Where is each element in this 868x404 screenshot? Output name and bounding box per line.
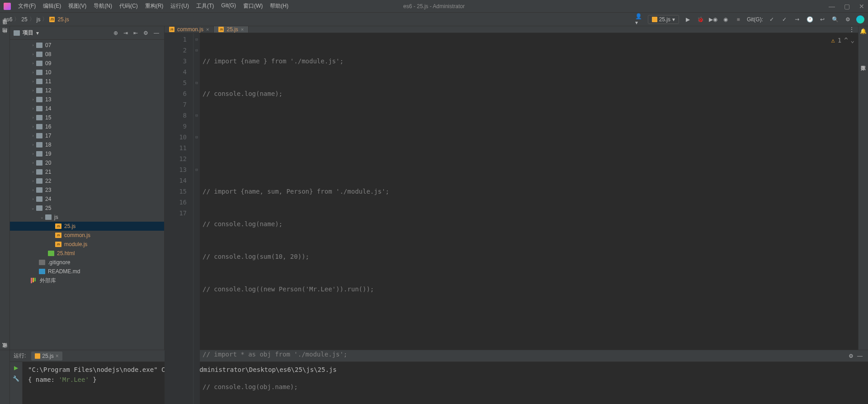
menu-help[interactable]: 帮助(H) <box>270 2 288 10</box>
coverage-button[interactable]: ▶◉ <box>709 15 717 24</box>
tree-folder[interactable]: ›11 <box>10 77 164 86</box>
tree-folder[interactable]: ›09 <box>10 59 164 68</box>
tree-file[interactable]: .gitignore <box>10 258 164 267</box>
tree-folder[interactable]: ›14 <box>10 104 164 113</box>
tree-folder[interactable]: ›16 <box>10 122 164 131</box>
js-file-icon: JS <box>55 233 61 238</box>
js-file-icon: JS <box>169 27 175 32</box>
tree-folder[interactable]: ›15 <box>10 113 164 122</box>
tabs-menu-icon[interactable]: ⋮ <box>845 26 858 33</box>
tree-folder[interactable]: ›18 <box>10 140 164 149</box>
wrench-icon[interactable]: 🔧 <box>13 375 19 382</box>
tree-folder[interactable]: ›10 <box>10 68 164 77</box>
search-icon[interactable]: 🔍 <box>831 15 839 24</box>
collapse-all-icon[interactable]: ⇤ <box>132 30 139 36</box>
tree-folder[interactable]: ›17 <box>10 131 164 140</box>
locate-icon[interactable]: ⊕ <box>112 30 119 36</box>
tree-file[interactable]: JSmodule.js <box>10 240 164 249</box>
run-tab[interactable]: 25.js × <box>31 352 62 361</box>
sidebar-header: 项目 ▾ ⊕ ⇥ ⇤ ⚙ — <box>10 26 164 40</box>
maximize-icon[interactable]: ▢ <box>844 3 850 10</box>
tab-25-js[interactable]: JS 25.js × <box>214 26 249 33</box>
folder-icon <box>36 79 42 84</box>
menu-run[interactable]: 运行(U) <box>170 2 189 10</box>
folder-icon <box>36 106 42 111</box>
main-area: 项目 结构 项目 ▾ ⊕ ⇥ ⇤ ⚙ — ›07 ›08 ›09 ›10 ›11… <box>0 26 868 350</box>
hide-icon[interactable]: — <box>152 30 160 36</box>
project-sidebar: 项目 ▾ ⊕ ⇥ ⇤ ⚙ — ›07 ›08 ›09 ›10 ›11 ›12 ›… <box>10 26 165 350</box>
menu-window[interactable]: 窗口(W) <box>243 2 263 10</box>
left-tool-gutter: 项目 结构 <box>0 26 10 350</box>
folder-icon <box>36 169 42 175</box>
breadcrumb-file[interactable]: 25.js <box>57 16 69 23</box>
menu-refactor[interactable]: 重构(R) <box>145 2 164 10</box>
svg-rect-0 <box>14 30 20 36</box>
close-icon[interactable]: ✕ <box>859 3 864 10</box>
minimize-icon[interactable]: — <box>829 3 835 10</box>
library-icon <box>31 278 37 283</box>
tree-folder-expanded[interactable]: ⌄js <box>10 213 164 222</box>
tree-folder[interactable]: ›07 <box>10 41 164 50</box>
folder-icon <box>36 205 42 211</box>
run-button[interactable]: ▶ <box>684 15 692 24</box>
notifications-icon[interactable]: 🔔 <box>860 28 867 34</box>
warning-icon[interactable]: ⚠ <box>831 35 835 46</box>
menu-navigate[interactable]: 导航(N) <box>94 2 112 10</box>
git-history-icon[interactable]: 🕐 <box>806 15 814 24</box>
breadcrumb-part[interactable]: js <box>37 16 41 23</box>
tree-folder[interactable]: ›13 <box>10 95 164 104</box>
code-editor[interactable]: 1234 5678 9101112 13141516 17 ⊟⊟ ⊟⊟ ⊟ ⊟ … <box>165 33 858 404</box>
tree-folder[interactable]: ›12 <box>10 86 164 95</box>
code-with-me-icon[interactable] <box>856 15 864 24</box>
tree-folder[interactable]: ›19 <box>10 149 164 158</box>
stop-button[interactable]: ■ <box>734 15 742 24</box>
tree-file[interactable]: JScommon.js <box>10 231 164 240</box>
tree-folder[interactable]: ›22 <box>10 176 164 185</box>
tree-folder-expanded[interactable]: ⌄25 <box>10 204 164 213</box>
run-config-selector[interactable]: 25.js ▾ <box>648 15 679 24</box>
git-rollback-icon[interactable]: ↩ <box>818 15 826 24</box>
chevron-down-icon[interactable]: ▾ <box>36 30 39 36</box>
breadcrumb-part[interactable]: es6 <box>4 16 12 23</box>
code-content[interactable]: // import {name } from './module.js'; //… <box>200 33 858 404</box>
tree-folder[interactable]: ›20 <box>10 158 164 167</box>
git-push-icon[interactable]: ↗ <box>791 14 802 25</box>
tree-file-selected[interactable]: JS25.js <box>10 222 164 231</box>
settings-icon[interactable]: ⚙ <box>844 15 852 24</box>
folder-icon <box>36 43 42 48</box>
tree-external-libs[interactable]: 外部库 <box>10 276 164 285</box>
tree-file[interactable]: README.md <box>10 267 164 276</box>
tree-folder[interactable]: ›08 <box>10 50 164 59</box>
html-file-icon <box>48 251 54 256</box>
user-icon[interactable]: 👤▾ <box>635 15 643 24</box>
expand-all-icon[interactable]: ⇥ <box>122 30 129 36</box>
git-update-icon[interactable]: ✓ <box>768 15 776 24</box>
toolbar-right: 👤▾ 25.js ▾ ▶ 🐞 ▶◉ ◉ ■ Git(G): ✓ ✓ ↗ 🕐 ↩ … <box>635 15 864 24</box>
close-tab-icon[interactable]: × <box>206 27 209 32</box>
tree-file[interactable]: 25.html <box>10 249 164 258</box>
menu-edit[interactable]: 编辑(E) <box>43 2 61 10</box>
rerun-button[interactable]: ▶ <box>14 365 18 371</box>
tab-common-js[interactable]: JS common.js × <box>165 26 214 33</box>
menu-file[interactable]: 文件(F) <box>18 2 36 10</box>
breadcrumb-part[interactable]: 25 <box>21 16 27 23</box>
git-commit-icon[interactable]: ✓ <box>780 15 788 24</box>
breadcrumb: es6 〉 25 〉 js 〉 JS 25.js <box>4 15 635 23</box>
debug-button[interactable]: 🐞 <box>696 15 704 24</box>
close-tab-icon[interactable]: × <box>241 27 244 32</box>
menu-view[interactable]: 视图(V) <box>68 2 86 10</box>
nav-up-icon[interactable]: ^ <box>844 35 848 46</box>
settings-icon[interactable]: ⚙ <box>142 30 150 36</box>
close-tab-icon[interactable]: × <box>56 353 59 359</box>
folder-icon <box>36 97 42 102</box>
tree-folder[interactable]: ›24 <box>10 195 164 204</box>
menu-tools[interactable]: 工具(T) <box>196 2 214 10</box>
nav-down-icon[interactable]: ⌄ <box>851 35 854 46</box>
profile-button[interactable]: ◉ <box>722 15 730 24</box>
menu-git[interactable]: Git(G) <box>221 2 236 10</box>
menu-code[interactable]: 代码(C) <box>119 2 138 10</box>
tree-folder[interactable]: ›21 <box>10 167 164 176</box>
tree-folder[interactable]: ›23 <box>10 185 164 195</box>
folder-icon <box>36 88 42 93</box>
folder-icon <box>36 52 42 57</box>
